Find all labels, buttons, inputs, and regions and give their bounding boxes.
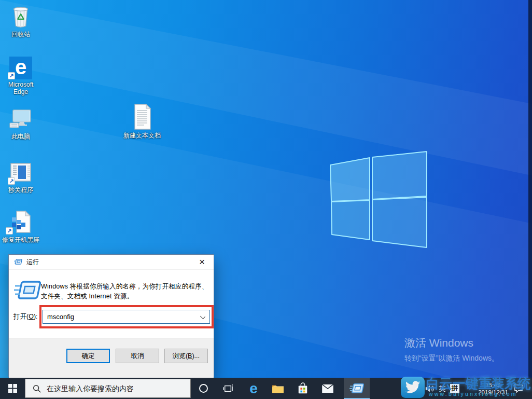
search-input[interactable] [47,384,181,393]
windows-start-icon [8,384,17,393]
desktop-icon-label: 此电脑 [1,133,41,140]
pinyin-icon: 拼 [450,384,459,393]
taskbar-clock[interactable]: 15:45 2019/12/31 [476,378,510,399]
speaker-icon [425,384,434,393]
mail-icon [321,384,334,393]
cancel-button[interactable]: 取消 [116,349,159,363]
tray-date: 2019/12/31 [478,389,508,396]
desktop-icon-label: 新建文本文档 [120,132,164,139]
edge-icon: e [249,381,258,396]
desktop-icon-this-pc[interactable]: 此电脑 [1,105,41,140]
open-field-label: 打开(O): [13,312,38,321]
activation-subtitle: 转到“设置”以激活 Windows。 [404,354,499,363]
file-explorer-button[interactable] [270,378,286,399]
run-dialog-titlebar[interactable]: 运行 × [9,255,214,270]
task-view-icon [223,384,233,393]
windows-desktop: 回收站 e ↗ Microsoft Edge 此电脑 [0,0,532,399]
desktop-icon-recycle-bin[interactable]: 回收站 [1,3,41,38]
run-dialog-title: 运行 [26,258,39,267]
run-dialog-message-line1: Windows 将根据你所输入的名称，为你打开相应的程序、 [41,282,208,291]
microsoft-store-button[interactable] [295,378,311,399]
cortana-button[interactable] [195,378,212,399]
ime-pinyin-indicator[interactable]: 拼 [449,378,460,399]
shortcut-arrow-icon: ↗ [8,72,15,79]
volume-button[interactable] [423,378,436,399]
cortana-icon [199,384,208,393]
this-pc-icon [8,107,33,131]
taskbar-search-box[interactable] [25,379,191,398]
action-center-button[interactable] [511,378,526,399]
close-icon[interactable]: × [190,255,214,269]
run-icon [349,382,365,395]
desktop-icon-label: 回收站 [1,31,41,38]
annotation-highlight-box [39,305,214,328]
taskbar-run-app-active[interactable] [344,378,370,399]
activation-watermark: 激活 Windows 转到“设置”以激活 Windows。 [404,336,499,363]
desktop-icon-fix-black-screen[interactable]: ↗ 修复开机黑屏 [1,209,41,243]
recycle-bin-icon [9,4,33,29]
shortcut-arrow-icon: ↗ [8,177,15,185]
search-icon [32,384,41,393]
windows-logo-wallpaper [327,149,430,253]
store-icon [297,382,309,395]
desktop-icon-new-text-document[interactable]: 新建文本文档 [120,104,164,139]
ok-button[interactable]: 确定 [66,349,110,363]
mail-button[interactable] [319,378,336,399]
browse-button[interactable]: 浏览(B)... [164,349,208,363]
file-explorer-icon [272,383,284,394]
ime-language-indicator[interactable]: 英 [437,378,448,399]
activation-title: 激活 Windows [404,336,499,350]
run-dialog: 运行 × Windows 将根据你所输入的名称，为你打开相应的程序、 文件夹、文… [8,254,214,377]
notification-icon [514,384,523,393]
desktop-icon-label: 秒关程序 [1,186,41,194]
start-button[interactable] [0,378,25,399]
desktop-icon-label: Microsoft Edge [3,81,39,95]
desktop-icon-quick-close-program[interactable]: ↗ 秒关程序 [1,159,41,194]
text-document-icon [131,103,153,130]
tray-time: 15:45 [486,381,501,389]
run-icon [13,280,42,301]
taskbar: e [0,378,532,399]
screen-right-edge [528,0,532,399]
shortcut-arrow-icon: ↗ [6,227,13,235]
chevron-up-icon [415,387,420,392]
hidden-icons-chevron[interactable] [414,378,422,399]
taskbar-edge-button[interactable]: e [245,378,262,399]
desktop-icon-label: 修复开机黑屏 [0,236,43,243]
desktop-icon-microsoft-edge[interactable]: e ↗ Microsoft Edge [1,53,41,95]
task-view-button[interactable] [220,378,236,399]
run-dialog-message-line2: 文件夹、文档或 Internet 资源。 [41,292,133,301]
run-icon-small [14,258,23,266]
run-dialog-footer: 确定 取消 浏览(B)... [9,338,214,378]
